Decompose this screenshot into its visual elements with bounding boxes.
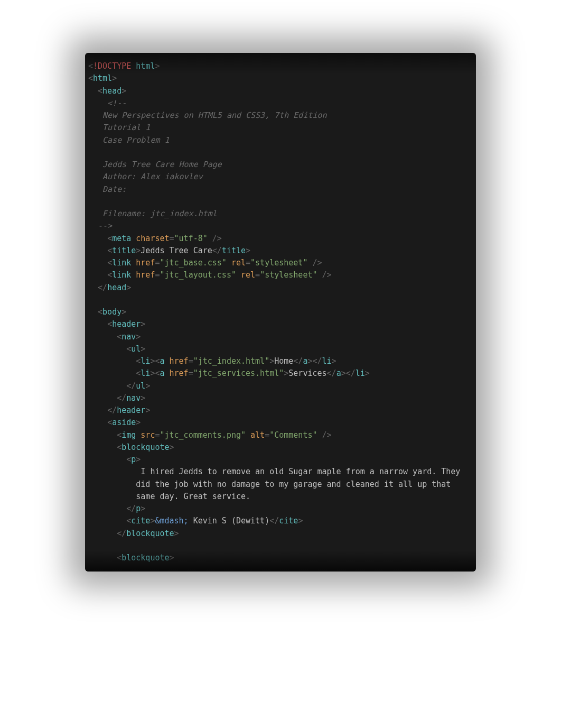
tag-p: p	[131, 455, 136, 464]
tag-a: a	[160, 356, 164, 366]
comment-line: Author: Alex iakovlev	[88, 172, 203, 181]
attr-src: src	[141, 430, 155, 440]
attr-rel: rel	[241, 270, 255, 280]
attr-href: href	[170, 368, 189, 378]
nav-services-text: Services	[288, 368, 326, 378]
tag-blockquote: blockquote	[121, 553, 169, 563]
tag-cite: cite	[131, 516, 150, 526]
cite-text: Kevin S (Dewitt)	[189, 516, 270, 526]
val-layout-css: "jtc_layout.css"	[160, 270, 236, 280]
tag-ul: ul	[131, 344, 141, 354]
doctype-html: html	[136, 61, 155, 71]
comment-line: New Perspectives on HTML5 and CSS3, 7th …	[88, 110, 327, 120]
attr-rel: rel	[231, 258, 246, 268]
entity-mdash: &mdash;	[155, 516, 188, 526]
tag-header: header	[112, 319, 141, 329]
attr-href: href	[136, 258, 155, 268]
val-comments-png: "jtc_comments.png"	[160, 430, 246, 440]
val-stylesheet: "stylesheet"	[250, 258, 307, 268]
attr-href: href	[170, 356, 189, 366]
tag-body: body	[102, 307, 121, 317]
tag-header-close: header	[117, 406, 145, 415]
tag-p-close: p	[136, 504, 141, 513]
paragraph-text: same day. Great service.	[88, 492, 250, 501]
paragraph-text: I hired Jedds to remove an old Sugar map…	[88, 467, 460, 476]
comment-line: Tutorial 1	[88, 123, 150, 132]
comment-line: Date:	[88, 185, 126, 194]
comment-line: Case Problem 1	[88, 135, 170, 145]
tag-title: title	[112, 246, 136, 255]
doctype-keyword: DOCTYPE	[98, 61, 131, 71]
val-base-css: "jtc_base.css"	[160, 258, 226, 268]
comment-open: <!--	[107, 98, 126, 108]
attr-href: href	[136, 270, 155, 280]
tag-a: a	[160, 368, 164, 378]
attr-charset: charset	[136, 234, 169, 243]
tag-aside: aside	[112, 418, 136, 427]
val-stylesheet: "stylesheet"	[260, 270, 317, 280]
angle-open: <	[88, 61, 93, 71]
tag-nav-close: nav	[126, 393, 141, 403]
tag-head-close: head	[107, 283, 126, 292]
source-code: <!DOCTYPE html> <html> <head> <!-- New P…	[85, 60, 476, 564]
bang: !	[93, 61, 98, 71]
paragraph-text: did the job with no damage to my garage …	[88, 480, 451, 489]
val-utf8: "utf-8"	[174, 234, 208, 243]
tag-link: link	[112, 258, 131, 268]
title-text: Jedds Tree Care	[141, 246, 212, 255]
val-index-html: "jtc_index.html"	[193, 356, 270, 366]
comment-line: Jedds Tree Care Home Page	[88, 160, 222, 169]
tag-meta: meta	[112, 234, 131, 243]
attr-alt: alt	[250, 430, 265, 440]
tag-head: head	[102, 86, 121, 96]
tag-blockquote: blockquote	[121, 443, 169, 452]
tag-nav: nav	[121, 332, 136, 342]
tag-blockquote-close: blockquote	[126, 529, 174, 538]
code-block: <!DOCTYPE html> <html> <head> <!-- New P…	[85, 53, 476, 572]
tag-link: link	[112, 270, 131, 280]
tag-html: html	[93, 73, 112, 83]
comment-line: Filename: jtc_index.html	[88, 209, 217, 218]
tag-li: li	[141, 356, 150, 366]
val-alt-comments: "Comments"	[269, 430, 317, 440]
nav-home-text: Home	[274, 356, 293, 366]
tag-ul-close: ul	[136, 381, 145, 391]
val-services-html: "jtc_services.html"	[193, 368, 284, 378]
tag-li: li	[141, 368, 150, 378]
comment-close: -->	[88, 221, 112, 231]
tag-img: img	[121, 430, 136, 440]
